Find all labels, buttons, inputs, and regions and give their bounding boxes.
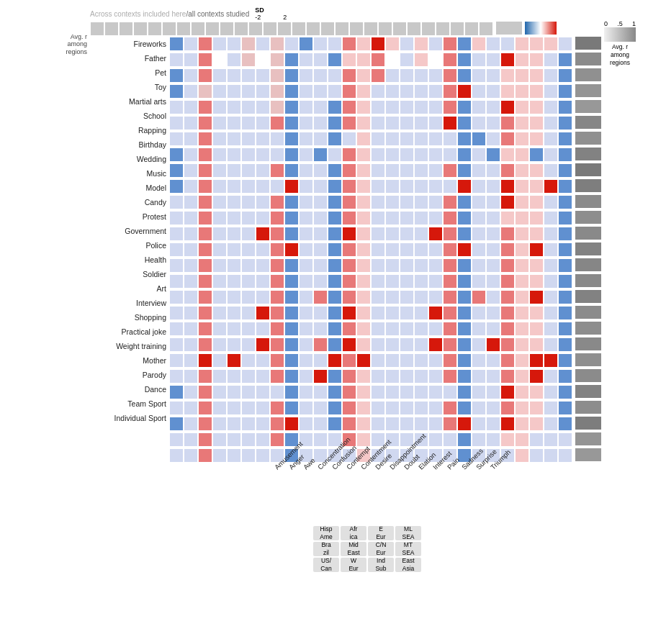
emotion-cell <box>429 164 442 177</box>
context-cell <box>256 117 269 130</box>
emotion-cell <box>530 148 543 161</box>
context-cell <box>184 322 197 335</box>
emotion-cell <box>372 370 384 383</box>
context-cell <box>170 338 183 351</box>
emotion-cell <box>444 243 456 256</box>
context-cell <box>213 164 226 177</box>
chart-area: Across contexts included here /all conte… <box>90 7 601 523</box>
emotion-cell <box>516 291 528 304</box>
context-cell <box>242 37 255 50</box>
row-label: Parody <box>143 368 166 382</box>
context-cell <box>242 417 255 430</box>
context-cell <box>256 101 269 114</box>
context-cell <box>242 338 255 351</box>
row-label: Art <box>157 281 166 296</box>
context-cell <box>213 307 226 319</box>
context-cell <box>170 196 183 209</box>
emotion-cell <box>472 132 485 145</box>
emotion-cell <box>343 370 356 383</box>
context-cell <box>285 402 298 414</box>
emotion-cell <box>544 338 557 351</box>
emotion-cell <box>400 164 413 177</box>
emotion-cell <box>501 433 514 446</box>
context-cell <box>213 69 226 82</box>
emotion-cell <box>458 117 471 130</box>
emotion-cell <box>458 402 471 414</box>
context-cell <box>285 275 298 288</box>
top-bar-emotion-cell <box>278 22 291 35</box>
avg-r-cell <box>575 337 601 350</box>
emotion-cell <box>530 85 543 98</box>
emotion-cell <box>516 69 528 82</box>
emotion-cell <box>357 148 370 161</box>
emotion-cell <box>400 212 413 225</box>
context-cell <box>328 69 341 82</box>
context-cell <box>271 370 284 383</box>
emotion-cell <box>343 402 356 414</box>
row-label: Health <box>145 253 166 267</box>
emotion-cell <box>472 227 485 240</box>
context-cell <box>328 148 341 161</box>
context-cell <box>300 148 312 161</box>
context-cell <box>271 291 284 304</box>
context-cell <box>300 227 312 240</box>
emotion-cell <box>530 69 543 82</box>
emotion-cell <box>544 37 557 50</box>
emotion-cell <box>458 101 471 114</box>
emotion-cell <box>386 386 399 399</box>
context-cell <box>228 164 240 177</box>
emotion-cell <box>501 291 514 304</box>
emotion-cell <box>472 322 485 335</box>
context-cell <box>170 37 183 50</box>
emotion-cell <box>343 53 356 66</box>
context-cell <box>170 117 183 130</box>
emotion-cell <box>544 148 557 161</box>
emotion-cell <box>501 37 514 50</box>
context-cell <box>184 227 197 240</box>
emotion-cell <box>429 212 442 225</box>
context-cell <box>314 417 327 430</box>
context-cell <box>199 307 212 319</box>
context-cell <box>300 69 312 82</box>
emotion-cell <box>400 307 413 319</box>
emotion-cell <box>501 85 514 98</box>
context-cell <box>228 322 240 335</box>
context-cell <box>314 227 327 240</box>
emotion-cell <box>487 85 500 98</box>
emotion-cell <box>487 243 500 256</box>
emotion-cell <box>458 354 471 367</box>
context-cell <box>228 132 240 145</box>
context-cell <box>300 354 312 367</box>
emotion-cell <box>516 37 528 50</box>
avg-r-cell <box>575 242 601 255</box>
emotion-cell <box>544 132 557 145</box>
context-cell <box>256 354 269 367</box>
context-cell <box>271 275 284 288</box>
context-cell <box>314 180 327 193</box>
region-label-cell: US/Can <box>313 558 339 572</box>
emotion-cell <box>472 402 485 414</box>
col-label-container: Desire <box>364 466 378 523</box>
emotion-cell <box>444 386 456 399</box>
emotion-cell <box>530 417 543 430</box>
emotion-cell <box>429 354 442 367</box>
emotion-cell <box>516 164 528 177</box>
context-cell <box>228 370 240 383</box>
emotion-cell <box>400 322 413 335</box>
context-cell <box>300 53 312 66</box>
emotion-cell <box>386 259 399 272</box>
emotion-cell <box>429 148 442 161</box>
col-label-container: Doubt <box>392 466 407 523</box>
context-cell <box>228 85 240 98</box>
context-cell <box>271 433 284 446</box>
emotion-cell <box>530 322 543 335</box>
emotion-cell <box>415 291 428 304</box>
emotion-cell <box>357 433 370 446</box>
context-cell <box>199 370 212 383</box>
heatmap-row <box>169 290 601 304</box>
emotion-cell <box>472 354 485 367</box>
emotion-cell <box>357 196 370 209</box>
emotion-cell <box>559 322 572 335</box>
emotion-cell <box>400 69 413 82</box>
emotion-cell <box>343 354 356 367</box>
